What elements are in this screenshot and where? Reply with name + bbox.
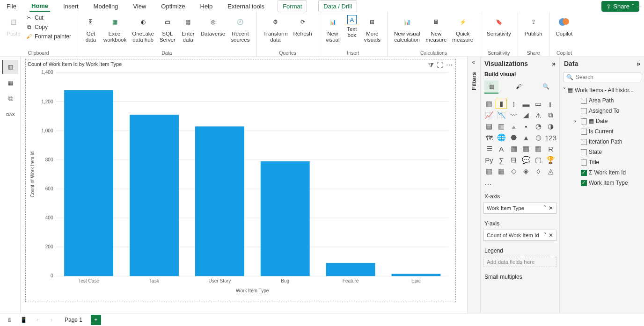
viz-type-17[interactable]: ◑ <box>545 121 556 131</box>
filter-icon[interactable]: ⧩ <box>428 61 434 69</box>
viz-type-32[interactable]: ⊟ <box>508 155 520 165</box>
viz-type-33[interactable]: 💬 <box>520 155 532 165</box>
viz-type-12[interactable]: ▤ <box>483 121 495 131</box>
chevron-down-icon[interactable]: ˅ <box>544 232 547 239</box>
sql-button[interactable]: 🗃SQL Server <box>157 13 178 45</box>
field-date[interactable]: ›▦Date <box>562 116 642 126</box>
field-work-item-id[interactable]: ΣWork Item Id <box>562 167 642 178</box>
viz-type-37[interactable]: ▦ <box>496 166 507 176</box>
menu-view[interactable]: View <box>131 1 148 11</box>
report-view-button[interactable]: ▥ <box>2 60 18 74</box>
viz-type-40[interactable]: ◊ <box>533 166 544 176</box>
expand-filters-icon[interactable]: « <box>472 59 476 65</box>
viz-type-27[interactable]: ▦ <box>520 144 532 154</box>
viz-type-3[interactable]: ▬ <box>520 99 532 109</box>
recent-button[interactable]: 🕘Recent sources <box>228 13 252 45</box>
enter-data-button[interactable]: ▤Enter data <box>178 13 198 45</box>
viz-type-10[interactable]: ⩚ <box>533 110 544 120</box>
menu-format[interactable]: Format <box>278 0 307 12</box>
viz-type-6[interactable]: 📈 <box>483 110 495 120</box>
viz-type-18[interactable]: 🗺 <box>483 132 495 143</box>
viz-type-21[interactable]: ▲ <box>520 132 532 143</box>
prev-page-icon[interactable]: ‹ <box>33 315 42 325</box>
new-visual-calc-button[interactable]: 📊New visual calculation <box>391 13 423 45</box>
field-area-path[interactable]: Area Path <box>562 95 642 106</box>
share-button[interactable]: ⇪Share˅ <box>601 1 639 12</box>
viz-type-9[interactable]: ◢ <box>520 110 532 120</box>
field-checkbox[interactable] <box>581 159 587 166</box>
viz-type-20[interactable]: ⬣ <box>508 132 520 143</box>
desktop-view-icon[interactable]: 🖥 <box>5 315 14 325</box>
menu-file[interactable]: File <box>5 1 18 11</box>
viz-type-15[interactable]: • <box>520 121 532 131</box>
remove-field-icon[interactable]: ✕ <box>549 205 553 211</box>
viz-type-28[interactable]: ▦ <box>533 144 544 154</box>
viz-type-35[interactable]: 🏆 <box>545 155 556 165</box>
viz-type-29[interactable]: R <box>545 144 556 154</box>
field-checkbox[interactable] <box>581 129 587 135</box>
refresh-button[interactable]: ⟳Refresh <box>291 13 315 39</box>
page-tab[interactable]: Page 1 <box>61 316 86 324</box>
data-pane-header[interactable]: Data» <box>560 57 644 70</box>
viz-type-36[interactable]: ▥ <box>483 166 495 176</box>
menu-data-drill[interactable]: Data / Drill <box>318 0 357 12</box>
text-box-button[interactable]: AText box <box>343 13 361 40</box>
menu-external[interactable]: External tools <box>226 1 266 11</box>
remove-field-icon[interactable]: ✕ <box>549 232 553 239</box>
viz-type-38[interactable]: ◇ <box>508 166 520 176</box>
data-search[interactable]: 🔍 <box>563 72 641 82</box>
new-measure-button[interactable]: 🖩New measure <box>423 13 450 45</box>
viz-more-button[interactable]: ⋯ <box>481 178 559 190</box>
table-view-button[interactable]: ▦ <box>2 76 18 90</box>
viz-type-4[interactable]: ▭ <box>533 99 544 109</box>
menu-insert[interactable]: Insert <box>61 1 80 11</box>
chart-visual[interactable]: Count of Work Item Id by Work Item Type … <box>25 59 456 302</box>
transform-button[interactable]: ⚙Transform data <box>261 13 291 45</box>
field-checkbox[interactable] <box>581 118 587 124</box>
viz-type-8[interactable]: 〰 <box>508 110 520 120</box>
filters-tab[interactable]: Filters <box>470 72 477 90</box>
menu-modeling[interactable]: Modeling <box>92 1 120 11</box>
field-iteration-path[interactable]: Iteration Path <box>562 137 642 147</box>
more-visuals-button[interactable]: ⊞More visuals <box>361 13 383 45</box>
field-work-item-type[interactable]: Work Item Type <box>562 178 642 188</box>
xaxis-well[interactable]: Work Item Type˅✕ <box>483 203 556 214</box>
field-checkbox[interactable] <box>581 98 587 104</box>
viz-type-0[interactable]: ▥ <box>483 99 495 109</box>
model-view-button[interactable]: ⿻ <box>2 92 18 106</box>
viz-type-1[interactable]: ▮ <box>496 99 507 109</box>
new-visual-button[interactable]: 📊New visual <box>323 13 343 45</box>
field-checkbox[interactable] <box>581 170 587 176</box>
menu-help[interactable]: Help <box>198 1 215 11</box>
excel-button[interactable]: ▦Excel workbook <box>101 13 129 45</box>
viz-type-7[interactable]: 📉 <box>496 110 507 120</box>
viz-type-25[interactable]: A <box>496 144 507 154</box>
field-checkbox[interactable] <box>581 108 587 114</box>
viz-type-14[interactable]: ⟁ <box>508 121 520 131</box>
viz-type-23[interactable]: 123 <box>545 132 556 143</box>
format-painter-button[interactable]: 🖌Format painter <box>23 32 73 41</box>
field-assigned-to[interactable]: Assigned To <box>562 106 642 116</box>
field-checkbox[interactable] <box>581 139 587 145</box>
viz-type-24[interactable]: ☰ <box>483 144 495 154</box>
copilot-button[interactable]: Copilot <box>553 13 576 39</box>
viz-type-34[interactable]: ▢ <box>533 155 544 165</box>
menu-optimize[interactable]: Optimize <box>159 1 187 11</box>
dax-view-button[interactable]: DAX <box>2 108 18 122</box>
format-tab[interactable]: 🖌 <box>512 80 526 94</box>
field-state[interactable]: State <box>562 147 642 157</box>
focus-icon[interactable]: ⛶ <box>437 61 443 69</box>
menu-home[interactable]: Home <box>29 1 50 12</box>
sensitivity-button[interactable]: 🔖Sensitivity <box>484 13 514 39</box>
quick-measure-button[interactable]: ⚡Quick measure <box>449 13 476 45</box>
viz-type-2[interactable]: ⫿ <box>508 99 520 109</box>
next-page-icon[interactable]: › <box>47 315 56 325</box>
field-title[interactable]: Title <box>562 157 642 167</box>
yaxis-well[interactable]: Count of Work Item Id˅✕ <box>483 230 556 241</box>
cut-button[interactable]: ✂Cut <box>23 13 73 22</box>
visualizations-header[interactable]: Visualizations» <box>481 57 559 70</box>
more-icon[interactable]: ⋯ <box>446 61 453 69</box>
viz-type-22[interactable]: ◍ <box>533 132 544 143</box>
field-is-current[interactable]: Is Current <box>562 126 642 137</box>
viz-type-11[interactable]: ⧉ <box>545 110 556 120</box>
